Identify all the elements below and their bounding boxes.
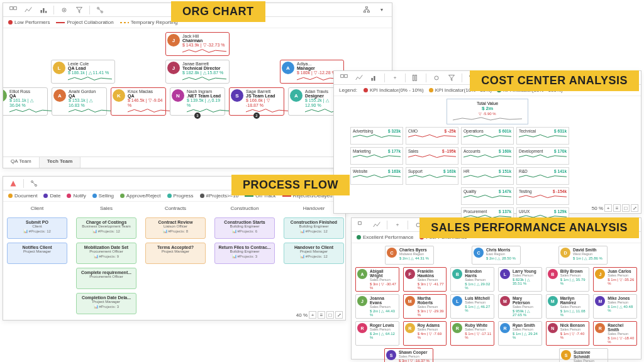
flow-node[interactable]: Charge of Costings Business Development …	[76, 217, 136, 239]
sales-card[interactable]: S Suzanne Schmidt Sales Person $ 1m | △ …	[559, 348, 608, 362]
avatar: F	[405, 269, 415, 279]
sales-card[interactable]: J Juan Carlos Sales Person $ 1m | ▽ -35.…	[593, 267, 637, 292]
sales-card[interactable]: A Abigail Wright Sales Person $ 3m | ▽ -…	[355, 267, 399, 292]
kpi-value: $ 1m | △ 29.24 %	[513, 331, 540, 339]
flow-node[interactable]: Terms Accepted? Project Manager	[145, 243, 206, 264]
flow-node[interactable]: Mobilization Date Set Procurement Office…	[76, 243, 136, 264]
sales-card[interactable]: S Shawn Cooper Sales Person $ 3m | ▽ -16…	[384, 348, 433, 362]
child-count-badge[interactable]: 2	[253, 112, 260, 119]
cost-cell[interactable]: Testing $ -154k	[516, 187, 569, 205]
chart-icon[interactable]	[370, 220, 383, 230]
zoom-in-icon[interactable]: +	[604, 204, 612, 212]
zoom-in-icon[interactable]: +	[309, 311, 316, 319]
cost-cell[interactable]: Advertising $ 323k	[350, 127, 403, 145]
sales-card[interactable]: M Martha Roberts Sales Person $ 3m | ▽ -…	[403, 294, 447, 319]
bars-icon[interactable]	[37, 5, 50, 15]
sales-card[interactable]: B Billy Brown Sales Person $ 1m | △ 35.7…	[546, 267, 590, 292]
sales-card[interactable]: M Mike Jones Sales Person $ 1m | △ 40.48…	[593, 294, 637, 319]
flow-node[interactable]: Construction Starts Building Engineer 📊 …	[214, 217, 275, 239]
sales-card[interactable]: R Ruby White Sales Person $ 1m | ▽ -17.1…	[450, 321, 494, 346]
cell-value: $ 141k	[554, 169, 567, 173]
connector-icon[interactable]	[94, 5, 106, 15]
fit-icon[interactable]: □	[326, 311, 334, 319]
chevron-down-icon[interactable]: ▾	[375, 5, 388, 15]
cost-cell[interactable]: Support $ 163k	[406, 167, 458, 185]
filter-icon[interactable]	[73, 5, 86, 15]
sales-card[interactable]: L Larry Young Sales Person $ 823k | △ 35…	[498, 267, 542, 292]
sales-card[interactable]: C Chris Morris East Region $ 2m | △ 28.5…	[472, 246, 521, 265]
sales-card[interactable]: N Nick Benson Sales Person $ 1m | ▽ -7.4…	[546, 321, 590, 346]
cost-zoom[interactable]: 50 % + ≡ □ ⤢	[592, 204, 638, 212]
tree-icon[interactable]	[360, 5, 373, 15]
org-node[interactable]: E Elliot Ross QA $ 161.1k | △ 36.04 %	[3, 87, 48, 116]
person-role: Technical Director	[182, 66, 226, 70]
flow-node[interactable]: Notifies Client Project Manager	[7, 243, 67, 264]
chart-icon[interactable]	[353, 73, 365, 83]
fit-icon[interactable]: □	[622, 204, 630, 212]
sales-card[interactable]: R Ryan Smith Sales Person $ 1m | △ 29.24…	[498, 321, 542, 346]
bars-icon[interactable]	[368, 73, 380, 83]
sales-card[interactable]: M Marilyn Ramirez Sales Person $ 1m | △ …	[546, 294, 590, 319]
cost-cell[interactable]: R&D $ 141k	[516, 167, 569, 185]
sales-card[interactable]: R Roger Lewis Sales Person $ 2m | △ 64.1…	[355, 321, 399, 346]
kpi-value: $ 1m | △ 46.27 %	[465, 304, 492, 312]
flow-zoom[interactable]: 40 % + ≡ □ ⤢	[296, 311, 343, 319]
sales-canvas[interactable]: C Charles Byers Midwest Region $ 2m | △ …	[352, 243, 641, 362]
org-node[interactable]: N Nash Ingram .NET Team Lead $ 139.5k | …	[170, 87, 225, 116]
child-count-badge[interactable]: 3	[194, 112, 201, 119]
cost-cell[interactable]: Website $ 163k	[350, 167, 403, 185]
sales-card[interactable]: B Brandon Harris Sales Person $ 1m | △ 2…	[450, 267, 494, 292]
svg-rect-11	[366, 6, 368, 8]
layout-icon[interactable]	[338, 73, 350, 83]
sales-card[interactable]: D David Smith West Region $ 1m | △ 25.86…	[558, 246, 608, 265]
cost-cell[interactable]: Sales $ -195k	[406, 147, 458, 165]
cost-cell[interactable]: Technical $ 631k	[516, 127, 569, 145]
columns-icon[interactable]	[409, 73, 422, 83]
cost-cell[interactable]: Marketing $ 177k	[350, 147, 403, 165]
cost-cell[interactable]: CMO $ -25k	[406, 127, 458, 145]
sales-card[interactable]: J Joanna Evans Sales Person $ 2m | △ 44.…	[355, 294, 399, 319]
org-node[interactable]: J Janae Barrett Technical Director $ 182…	[165, 60, 230, 84]
org-node[interactable]: L Lexie Cole QA Lead $ 186.1k | △ 11.41 …	[51, 60, 115, 84]
flow-node[interactable]: Return Files to Contrac... Building Engi…	[214, 243, 275, 264]
cost-cell[interactable]: Accounts $ 160k	[461, 147, 514, 165]
list-icon[interactable]: ≡	[318, 311, 325, 319]
add-icon[interactable]: ＋	[389, 73, 401, 83]
sales-card[interactable]: C Charles Byers Midwest Region $ 2m | △ …	[385, 246, 434, 265]
person-name: Marilyn Ramirez	[560, 296, 588, 305]
org-node[interactable]: A Anahi Gordon QA $ 153.1k | △ 16.83 %	[52, 87, 107, 116]
sales-card[interactable]: R Raechel Smith Sales Person $ 1m | ▽ -1…	[593, 321, 637, 346]
tab-tech team[interactable]: Tech Team	[40, 157, 81, 168]
gear-icon[interactable]	[58, 5, 70, 15]
flow-canvas[interactable]: Client Submit PO Client 📊 #Projects: 12 …	[3, 202, 345, 317]
flow-node[interactable]: Handover to Client Project Manager 📊 #Pr…	[284, 243, 344, 264]
fullscreen-icon[interactable]: ⤢	[631, 204, 638, 212]
flow-node[interactable]: Complete requirement... Procurement Offi…	[76, 268, 136, 289]
cost-canvas[interactable]: Total Value $ 2m ▽ -5.90 % Advertising $…	[334, 96, 641, 211]
flow-node[interactable]: Completion Date Dela... Project Manager …	[76, 293, 136, 314]
gear-icon[interactable]	[430, 73, 443, 83]
add-icon[interactable]: ＋	[391, 220, 404, 230]
flow-node[interactable]: Submit PO Client 📊 #Projects: 12	[7, 217, 67, 239]
cost-cell[interactable]: Development $ 170k	[516, 147, 569, 165]
filter-icon[interactable]	[445, 73, 458, 83]
flow-node[interactable]: Construction Finished Building Engineer …	[284, 217, 344, 239]
cost-cell[interactable]: HR $ 151k	[461, 167, 514, 185]
cost-cell[interactable]: Quality $ 147k	[461, 187, 514, 205]
connector-icon[interactable]	[28, 178, 40, 189]
org-node[interactable]: K Knox Macias QA $ 146.5k | ▽ -9.04 %	[111, 87, 166, 116]
sales-card[interactable]: F Franklin Hawkins Sales Person $ 3m | ▽…	[403, 267, 447, 292]
fullscreen-icon[interactable]: ⤢	[335, 311, 343, 319]
tab-qa team[interactable]: QA Team	[3, 157, 40, 168]
layout-icon[interactable]	[7, 5, 19, 15]
sales-card[interactable]: R Roy Adams Sales Person $ 4m | ▽ -7.69 …	[403, 321, 447, 346]
sales-card[interactable]: L Luis Mitchell Sales Person $ 1m | △ 46…	[450, 294, 494, 319]
flow-node[interactable]: Contract Review Liaison Officer 📊 #Proje…	[145, 217, 206, 239]
org-node[interactable]: S Sage Barrett JS Team Lead $ 166.6k | ▽…	[229, 87, 284, 116]
cost-cell[interactable]: Operations $ 601k	[461, 127, 514, 145]
list-icon[interactable]: ≡	[613, 204, 621, 212]
org-node[interactable]: J Jack Hill Chairman $ 143.9k | ▽ -32.73…	[165, 32, 230, 56]
sales-card[interactable]: M Mary Peterson Sales Person $ 959k | △ …	[498, 294, 542, 319]
chart-icon[interactable]	[22, 5, 35, 15]
layout-icon[interactable]	[355, 220, 368, 230]
